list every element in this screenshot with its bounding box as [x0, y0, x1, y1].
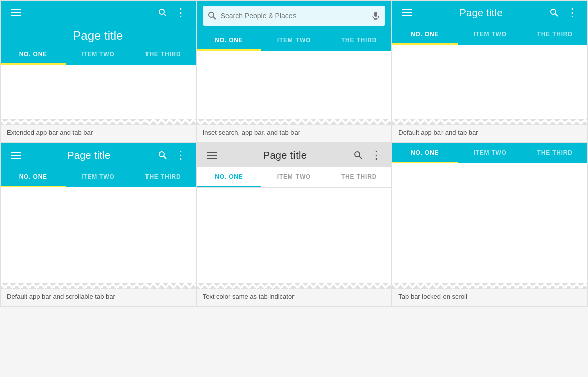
- more-icon[interactable]: ⋮: [563, 4, 581, 22]
- svg-point-18: [159, 152, 164, 157]
- page-title: Page title: [7, 25, 190, 45]
- tab-bar: NO. ONE ITEM TWO THE THIRD: [197, 167, 392, 188]
- svg-rect-1: [11, 12, 21, 13]
- svg-rect-11: [402, 12, 412, 13]
- main-grid: ⋮ Page title NO. ONE ITEM TWO THE THIRD …: [0, 0, 588, 307]
- svg-rect-21: [207, 155, 217, 156]
- svg-line-24: [359, 156, 362, 159]
- svg-line-19: [164, 156, 166, 159]
- tab-bar: NO. ONE ITEM TWO THE THIRD: [1, 167, 196, 187]
- svg-line-6: [213, 17, 216, 19]
- search-icon[interactable]: [154, 4, 172, 22]
- card-1: ⋮ Page title NO. ONE ITEM TWO THE THIRD …: [0, 0, 196, 143]
- search-icon[interactable]: [545, 4, 563, 22]
- mic-icon: [371, 11, 380, 20]
- card-label: Tab bar locked on scroll: [392, 289, 587, 306]
- menu-icon[interactable]: [398, 4, 416, 22]
- tab-no-one[interactable]: NO. ONE: [197, 167, 262, 187]
- page-title: Page title: [416, 7, 545, 19]
- tab-the-third[interactable]: THE THIRD: [327, 167, 392, 187]
- tab-bar: NO. ONE ITEM TWO THE THIRD: [392, 143, 587, 163]
- svg-rect-12: [402, 15, 412, 16]
- menu-icon[interactable]: [7, 4, 25, 22]
- more-icon[interactable]: ⋮: [172, 146, 190, 164]
- gray-appbar: Page title ⋮: [197, 143, 392, 167]
- svg-rect-10: [402, 9, 412, 10]
- search-appbar: [197, 1, 392, 31]
- svg-rect-2: [11, 15, 21, 16]
- svg-rect-7: [374, 12, 377, 17]
- tab-the-third[interactable]: THE THIRD: [522, 143, 587, 163]
- menu-icon[interactable]: [7, 146, 25, 164]
- search-icon: [208, 11, 217, 20]
- tab-no-one[interactable]: NO. ONE: [392, 25, 458, 45]
- card-label: Default app bar and tab bar: [392, 125, 587, 142]
- svg-point-23: [355, 152, 360, 157]
- card-2: NO. ONE ITEM TWO THE THIRD Inset search,…: [196, 0, 392, 143]
- svg-rect-16: [11, 155, 21, 156]
- svg-rect-20: [207, 152, 217, 153]
- more-icon[interactable]: ⋮: [367, 146, 385, 164]
- svg-rect-0: [11, 9, 21, 10]
- page-title: Page title: [221, 150, 350, 161]
- page-title: Page title: [25, 150, 154, 161]
- card-4: Page title ⋮ NO. ONE ITEM TWO THE THIRD …: [0, 143, 196, 307]
- svg-rect-17: [11, 158, 21, 159]
- tab-bar: NO. ONE ITEM TWO THE THIRD: [1, 45, 196, 65]
- tab-no-one[interactable]: NO. ONE: [197, 31, 262, 51]
- svg-point-3: [159, 9, 164, 14]
- tab-item-two[interactable]: ITEM TWO: [261, 31, 327, 51]
- search-icon[interactable]: [154, 146, 172, 164]
- card-5: Page title ⋮ NO. ONE ITEM TWO THE THIRD …: [196, 143, 392, 307]
- svg-line-14: [555, 14, 558, 16]
- search-icon[interactable]: [349, 146, 367, 164]
- tab-the-third[interactable]: THE THIRD: [327, 31, 392, 51]
- svg-point-13: [551, 9, 556, 14]
- tab-no-one[interactable]: NO. ONE: [392, 143, 458, 163]
- svg-rect-22: [207, 158, 217, 159]
- card-label: Text color same as tab indicator: [197, 289, 392, 306]
- card-content: [392, 163, 587, 289]
- card-content: [1, 187, 196, 289]
- card-content: [1, 65, 196, 125]
- card-content: [197, 188, 392, 289]
- tab-the-third[interactable]: THE THIRD: [522, 25, 587, 45]
- svg-line-4: [164, 14, 166, 16]
- more-icon[interactable]: ⋮: [172, 4, 190, 22]
- card-label: Extended app bar and tab bar: [1, 125, 196, 142]
- card-content: [197, 51, 392, 125]
- tab-item-two[interactable]: ITEM TWO: [66, 45, 131, 65]
- search-input[interactable]: [217, 12, 372, 20]
- tab-the-third[interactable]: THE THIRD: [130, 45, 196, 65]
- card-3: Page title ⋮ NO. ONE ITEM TWO THE THIRD …: [392, 0, 588, 143]
- card-label: Default app bar and scrollable tab bar: [1, 289, 196, 306]
- search-box[interactable]: [203, 6, 386, 26]
- default-appbar: Page title ⋮: [392, 1, 587, 25]
- menu-icon[interactable]: [203, 146, 221, 164]
- tab-item-two[interactable]: ITEM TWO: [458, 143, 523, 163]
- default-appbar: Page title ⋮: [1, 143, 196, 167]
- tab-bar: NO. ONE ITEM TWO THE THIRD: [392, 25, 587, 45]
- tab-no-one[interactable]: NO. ONE: [1, 167, 66, 187]
- tab-bar: NO. ONE ITEM TWO THE THIRD: [197, 31, 392, 51]
- tab-no-one[interactable]: NO. ONE: [1, 45, 66, 65]
- card-content: [392, 45, 587, 125]
- svg-rect-15: [11, 152, 21, 153]
- card-6: NO. ONE ITEM TWO THE THIRD Tab bar locke…: [392, 143, 588, 307]
- tab-item-two[interactable]: ITEM TWO: [66, 167, 131, 187]
- card-label: Inset search, app bar, and tab bar: [197, 125, 392, 142]
- tab-the-third[interactable]: THE THIRD: [130, 167, 196, 187]
- tab-item-two[interactable]: ITEM TWO: [261, 167, 327, 187]
- svg-point-5: [209, 12, 214, 17]
- tab-item-two[interactable]: ITEM TWO: [458, 25, 523, 45]
- extended-appbar: ⋮ Page title: [1, 1, 196, 45]
